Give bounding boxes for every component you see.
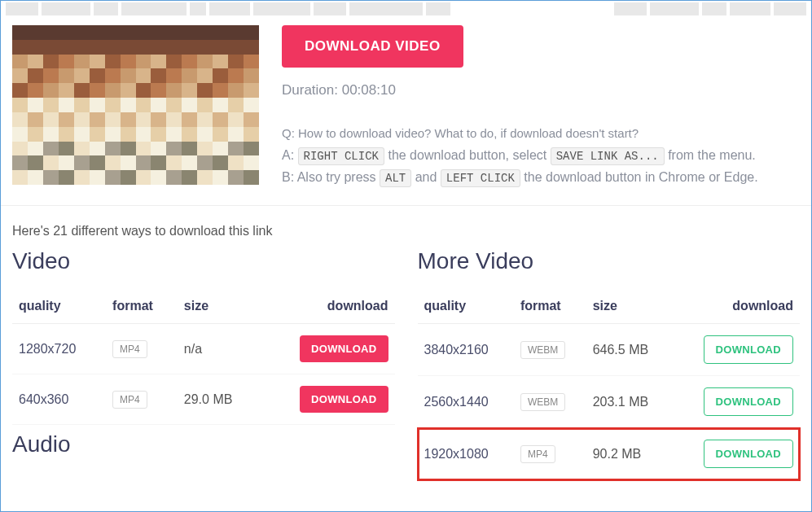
a-prefix: A:	[282, 148, 298, 162]
kbd-alt: ALT	[380, 169, 411, 187]
format-badge: WEBM	[520, 341, 565, 359]
download-video-button[interactable]: DOWNLOAD VIDEO	[282, 25, 463, 68]
download-button[interactable]: DOWNLOAD	[704, 387, 793, 416]
kbd-left-click: LEFT CLICK	[441, 169, 520, 187]
cell-quality: 1920x1080	[418, 428, 514, 480]
col-size: size	[178, 289, 260, 324]
download-button[interactable]: DOWNLOAD	[704, 440, 793, 468]
cell-format: MP4	[514, 428, 586, 480]
q-text: How to download video? What to do, if do…	[298, 126, 639, 140]
col-format: format	[106, 289, 178, 324]
video-column: Video quality format size download 1280x…	[12, 245, 395, 480]
header-section: DOWNLOAD VIDEO Duration: 00:08:10 Q: How…	[1, 17, 811, 206]
table-row: 3840x2160WEBM646.5 MBDOWNLOAD	[418, 324, 801, 376]
format-badge: WEBM	[520, 393, 565, 411]
top-pixelated-bar	[1, 1, 811, 17]
cell-size: 646.5 MB	[586, 324, 672, 376]
cell-download: DOWNLOAD	[260, 374, 395, 425]
heading-video: Video	[12, 248, 395, 274]
table-row: 1280x720MP4n/aDOWNLOAD	[12, 324, 395, 374]
heading-audio: Audio	[12, 431, 395, 457]
b-mid: and	[411, 170, 441, 184]
format-badge: MP4	[112, 391, 147, 409]
cell-size: n/a	[178, 324, 260, 374]
cell-download: DOWNLOAD	[672, 376, 800, 428]
col-quality: quality	[418, 289, 514, 324]
cell-format: WEBM	[514, 376, 586, 428]
kbd-right-click: RIGHT CLICK	[298, 147, 384, 165]
format-badge: MP4	[112, 340, 147, 358]
b-suffix: the download button in Chrome or Edge.	[520, 170, 758, 184]
cell-download: DOWNLOAD	[672, 324, 800, 376]
heading-more-video: More Video	[418, 248, 801, 274]
duration-label: Duration: 00:08:10	[282, 82, 800, 98]
cell-quality: 2560x1440	[418, 376, 514, 428]
download-button[interactable]: DOWNLOAD	[300, 386, 388, 413]
download-button[interactable]: DOWNLOAD	[300, 335, 388, 362]
cell-size: 90.2 MB	[586, 428, 672, 480]
cell-format: MP4	[106, 324, 178, 374]
b-prefix: B: Also try press	[282, 170, 380, 184]
col-format: format	[514, 289, 586, 324]
col-size: size	[586, 289, 672, 324]
cell-download: DOWNLOAD	[260, 324, 395, 374]
download-button[interactable]: DOWNLOAD	[704, 335, 793, 364]
col-quality: quality	[12, 289, 106, 324]
cell-size: 29.0 MB	[178, 374, 260, 425]
kbd-save-link-as: SAVE LINK AS...	[551, 147, 665, 165]
a-suffix1: from the menu.	[665, 148, 756, 162]
video-table: quality format size download 1280x720MP4…	[12, 289, 395, 425]
video-thumbnail	[12, 25, 259, 185]
summary-text: Here's 21 different ways to download thi…	[1, 206, 811, 245]
a-mid1: the download button, select	[384, 148, 551, 162]
cell-quality: 1280x720	[12, 324, 106, 374]
table-row: 2560x1440WEBM203.1 MBDOWNLOAD	[418, 376, 801, 428]
more-video-column: More Video quality format size download …	[418, 245, 801, 480]
cell-quality: 3840x2160	[418, 324, 514, 376]
cell-format: WEBM	[514, 324, 586, 376]
cell-format: MP4	[106, 374, 178, 425]
q-prefix: Q:	[282, 126, 298, 140]
format-badge: MP4	[520, 445, 555, 463]
instructions: Q: How to download video? What to do, if…	[282, 123, 800, 189]
cell-size: 203.1 MB	[586, 376, 672, 428]
more-video-table: quality format size download 3840x2160WE…	[418, 289, 801, 480]
table-row: 640x360MP429.0 MBDOWNLOAD	[12, 374, 395, 425]
col-download: download	[260, 289, 395, 324]
info-column: DOWNLOAD VIDEO Duration: 00:08:10 Q: How…	[282, 25, 800, 189]
cell-download: DOWNLOAD	[672, 428, 800, 480]
cell-quality: 640x360	[12, 374, 106, 425]
table-row: 1920x1080MP490.2 MBDOWNLOAD	[418, 428, 801, 480]
col-download: download	[672, 289, 800, 324]
